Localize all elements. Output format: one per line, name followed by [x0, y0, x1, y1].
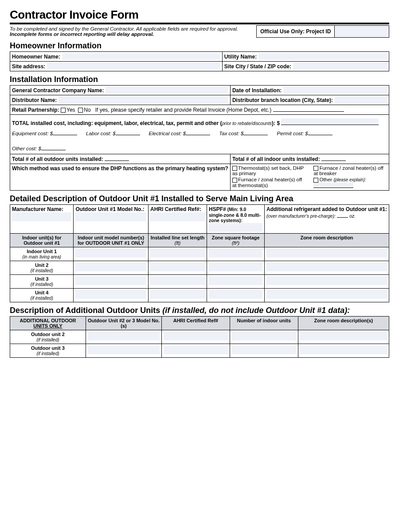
u1-row1-line[interactable]	[150, 249, 205, 258]
equipment-cost-input[interactable]	[53, 130, 77, 135]
site-address-input[interactable]	[47, 63, 220, 70]
additional-units-heading: Description of Additional Outdoor Units …	[10, 306, 389, 315]
equipment-cost-label: Equipment cost: $	[12, 131, 53, 136]
electrical-cost-input[interactable]	[186, 130, 210, 135]
u1-col1: Indoor unit(s) for Outdoor unit #1	[10, 233, 74, 247]
addl-col2: Outdoor Unit #2 or 3 Model No.(s)	[86, 316, 162, 330]
instruction-line-2: Incomplete forms or incorrect reporting …	[10, 31, 154, 37]
installation-heading: Installation Information	[10, 75, 389, 84]
u1-h5-unit: oz.	[349, 213, 356, 219]
project-id-label: Official Use Only: Project ID	[257, 26, 335, 37]
additional-units-table: ADDITIONAL OUTDOORUNITS ONLY Outdoor Uni…	[10, 316, 389, 358]
permit-cost-label: Permit cost: $	[277, 131, 308, 136]
install-date-input[interactable]	[283, 87, 387, 94]
addl-row2-ahri[interactable]	[164, 345, 228, 354]
addl-col5: Zone room description(s)	[298, 316, 389, 330]
gc-name-label: General Contractor Company Name:	[12, 87, 104, 94]
u1-row3-line[interactable]	[150, 276, 205, 285]
method-question: Which method was used to ensure the DHP …	[12, 165, 228, 172]
method-4-text: Other	[319, 177, 332, 182]
tax-cost-input[interactable]	[243, 130, 268, 135]
method-2-text: Furnace / zonal heater(s) off at breaker	[313, 165, 383, 176]
u1-row2-sqft[interactable]	[209, 262, 262, 271]
utility-name-label: Utility Name:	[224, 54, 257, 60]
retail-yes-checkbox[interactable]	[61, 108, 66, 113]
outdoor-count-input[interactable]	[105, 156, 129, 161]
u1-h1: Manufacturer Name:	[12, 206, 63, 212]
u1-h3: AHRI Certified Ref#:	[150, 206, 201, 212]
branch-input[interactable]	[335, 97, 387, 103]
other-cost-label: Other cost: $	[12, 146, 41, 151]
u1-row2-line[interactable]	[150, 262, 205, 271]
u1-h4: HSPF#	[209, 206, 226, 212]
u1-row3-label: Unit 3(if installed)	[10, 274, 74, 288]
u1-row3-sqft[interactable]	[209, 276, 262, 285]
u1-row2-label: Unit 2(if installed)	[10, 261, 74, 274]
u1-row2-model[interactable]	[75, 262, 146, 271]
u1-manufacturer-input[interactable]	[12, 212, 71, 221]
addl-row1-label: Outdoor unit 2(if installed)	[10, 330, 86, 344]
indoor-count-input[interactable]	[321, 156, 346, 161]
homeowner-name-label: Homeowner Name:	[12, 54, 60, 60]
install-date-label: Date of Installation:	[232, 87, 282, 94]
addl-row2-desc[interactable]	[300, 345, 387, 354]
addl-row2-num[interactable]	[232, 345, 296, 354]
u1-row4-line[interactable]	[150, 290, 205, 299]
retail-note: If yes, please specify retailer and prov…	[95, 107, 272, 113]
distributor-label: Distributor Name:	[12, 97, 57, 103]
method-4-input[interactable]	[313, 183, 353, 188]
u1-row1-model[interactable]	[75, 249, 146, 258]
retail-specify-input[interactable]	[273, 106, 344, 112]
utility-name-input[interactable]	[258, 53, 387, 60]
retail-yes-text: Yes	[66, 107, 75, 113]
u1-refrigerant-input[interactable]	[337, 212, 348, 218]
u1-h5-note: (over manufacturer's pre-charge):	[266, 213, 336, 219]
unit1-table: Manufacturer Name: Outdoor Unit #1 Model…	[10, 204, 389, 302]
u1-col4: Zone square footage(ft²)	[207, 233, 265, 247]
u1-row2-desc[interactable]	[266, 262, 387, 271]
site-city-input[interactable]	[293, 63, 387, 70]
method-4-checkbox[interactable]	[313, 178, 318, 183]
method-4-paren: (please explain)	[333, 177, 365, 182]
gc-name-input[interactable]	[106, 87, 228, 94]
labor-cost-input[interactable]	[116, 130, 140, 135]
u1-h5: Additional refrigerant added to Outdoor …	[266, 206, 387, 212]
u1-ahri-input[interactable]	[150, 212, 205, 221]
retail-no-text: No	[84, 107, 90, 113]
installation-table: General Contractor Company Name: Date of…	[10, 85, 389, 191]
u1-h2: Outdoor Unit #1 Model No.:	[75, 206, 144, 212]
addl-row1-num[interactable]	[232, 332, 296, 340]
permit-cost-input[interactable]	[308, 130, 332, 135]
homeowner-table: Homeowner Name: Utility Name: Site addre…	[10, 51, 389, 71]
addl-col3: AHRI Certified Ref#	[162, 316, 230, 330]
method-2-checkbox[interactable]	[313, 166, 318, 171]
u1-row3-model[interactable]	[75, 276, 146, 285]
total-cost-paren: prior to rebate/discounts	[222, 121, 272, 126]
method-3-checkbox[interactable]	[232, 178, 237, 183]
addl-row2-model[interactable]	[88, 345, 160, 354]
homeowner-name-input[interactable]	[62, 53, 220, 60]
u1-col2: Indoor unit model number(s) for OUTDOOR …	[74, 233, 149, 247]
addl-row1-desc[interactable]	[300, 332, 387, 340]
method-1-checkbox[interactable]	[232, 166, 237, 171]
total-cost-label: TOTAL installed cost, including: equipme…	[12, 120, 222, 126]
total-cost-input[interactable]	[281, 118, 379, 125]
u1-row1-label: Indoor Unit 1(in main living area)	[10, 247, 74, 261]
other-cost-input[interactable]	[41, 145, 66, 150]
u1-row4-model[interactable]	[75, 290, 146, 299]
retail-no-checkbox[interactable]	[78, 108, 83, 113]
u1-row1-desc[interactable]	[266, 249, 387, 258]
indoor-count-label: Total # of all indoor units installed:	[232, 156, 320, 162]
distributor-input[interactable]	[59, 97, 228, 103]
project-id-input[interactable]	[335, 26, 389, 37]
u1-hspf-input[interactable]	[209, 223, 262, 232]
addl-row1-ahri[interactable]	[164, 332, 228, 340]
u1-row1-sqft[interactable]	[209, 249, 262, 258]
u1-col5: Zone room description	[265, 233, 389, 247]
u1-row3-desc[interactable]	[266, 276, 387, 285]
addl-row1-model[interactable]	[88, 332, 160, 340]
u1-row4-sqft[interactable]	[209, 290, 262, 299]
project-id-box: Official Use Only: Project ID	[256, 25, 389, 38]
u1-row4-desc[interactable]	[266, 290, 387, 299]
u1-model-input[interactable]	[75, 212, 146, 221]
